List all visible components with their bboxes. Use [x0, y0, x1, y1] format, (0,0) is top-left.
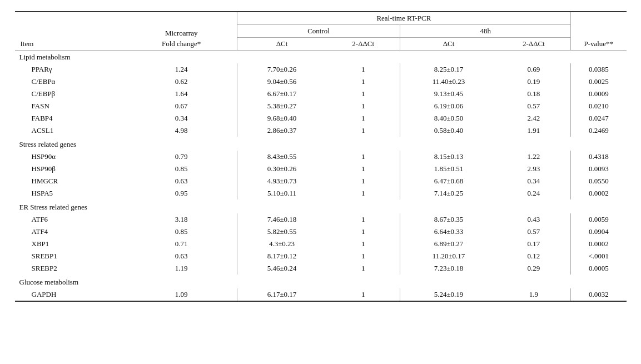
table-cell: 8.40±0.50: [400, 112, 497, 124]
table-row: SREBP21.195.46±0.2417.23±0.180.290.0005: [15, 262, 627, 275]
table-cell: 0.67: [126, 100, 237, 112]
table-cell: 0.0247: [571, 112, 627, 124]
table-cell: 1: [326, 288, 400, 301]
table-cell: 0.0904: [571, 226, 627, 238]
table-cell: 4.93±0.73: [237, 175, 326, 187]
two-delta-ct-ctrl-header: 2-ΔΔCt: [326, 38, 400, 51]
table-cell: 0.57: [497, 226, 571, 238]
table-cell: 1: [326, 238, 400, 250]
table-cell: 1: [326, 151, 400, 163]
table-cell: 9.68±0.40: [237, 112, 326, 124]
section-header-lipid-metabolism: Lipid metabolism: [15, 51, 627, 64]
table-row: HSPA50.955.10±0.1117.14±0.250.240.0002: [15, 187, 627, 200]
table-cell: GAPDH: [15, 288, 126, 301]
table-cell: 0.24: [497, 187, 571, 200]
table-cell: 0.0002: [571, 187, 627, 200]
table-cell: ACSL1: [15, 124, 126, 137]
table-cell: 7.70±0.26: [237, 63, 326, 76]
table-cell: 8.25±0.17: [400, 63, 497, 76]
table-cell: 1: [326, 124, 400, 137]
table-cell: 6.19±0.06: [400, 100, 497, 112]
table-cell: 0.63: [126, 175, 237, 187]
two-delta-ct-48-header: 2-ΔΔCt: [497, 38, 571, 51]
delta-ct-ctrl-header: ΔCt: [237, 38, 326, 51]
table-cell: 1: [326, 250, 400, 262]
delta-ct-48-header: ΔCt: [400, 38, 497, 51]
rtpcr-header: Real-time RT-PCR: [237, 12, 570, 25]
table-cell: 5.10±0.11: [237, 187, 326, 200]
table-row: HMGCR0.634.93±0.7316.47±0.680.340.0550: [15, 175, 627, 187]
table-cell: 1.9: [497, 288, 571, 301]
table-cell: 5.82±0.55: [237, 226, 326, 238]
table-cell: 1.22: [497, 151, 571, 163]
table-row: ATF63.187.46±0.1818.67±0.350.430.0059: [15, 213, 627, 226]
control-header: Control: [237, 25, 400, 38]
table-cell: 4.98: [126, 124, 237, 137]
table-cell: 6.89±0.27: [400, 238, 497, 250]
table-cell: 1: [326, 187, 400, 200]
table-cell: HMGCR: [15, 175, 126, 187]
table-cell: 7.14±0.25: [400, 187, 497, 200]
table-cell: SREBP1: [15, 250, 126, 262]
table-cell: 2.93: [497, 163, 571, 175]
table-cell: 0.0009: [571, 88, 627, 100]
table-cell: XBP1: [15, 238, 126, 250]
table-cell: 0.0032: [571, 288, 627, 301]
table-row: C/EBPβ1.646.67±0.1719.13±0.450.180.0009: [15, 88, 627, 100]
table-cell: 5.38±0.27: [237, 100, 326, 112]
table-cell: 5.46±0.24: [237, 262, 326, 275]
table-cell: 0.18: [497, 88, 571, 100]
table-row: C/EBPα0.629.04±0.56111.40±0.230.190.0025: [15, 76, 627, 88]
table-cell: HSP90β: [15, 163, 126, 175]
data-table: Item Microarray Real-time RT-PCR P-value…: [15, 11, 627, 302]
table-cell: 0.62: [126, 76, 237, 88]
table-row: XBP10.714.3±0.2316.89±0.270.170.0002: [15, 238, 627, 250]
table-cell: HSPA5: [15, 187, 126, 200]
table-cell: 0.12: [497, 250, 571, 262]
table-cell: 11.20±0.17: [400, 250, 497, 262]
table-cell: 0.0005: [571, 262, 627, 275]
section-header-er-stress-related-genes: ER Stress related genes: [15, 200, 627, 213]
table-cell: 0.95: [126, 187, 237, 200]
table-cell: 0.0002: [571, 238, 627, 250]
table-cell: 0.0059: [571, 213, 627, 226]
table-cell: 1: [326, 63, 400, 76]
table-cell: 9.04±0.56: [237, 76, 326, 88]
table-cell: 6.47±0.68: [400, 175, 497, 187]
table-cell: C/EBPβ: [15, 88, 126, 100]
table-cell: 0.57: [497, 100, 571, 112]
microarray-header: Microarray: [126, 12, 237, 38]
table-cell: 0.30±0.26: [237, 163, 326, 175]
table-cell: 1: [326, 88, 400, 100]
table-cell: 0.4318: [571, 151, 627, 163]
table-cell: 1: [326, 226, 400, 238]
table-cell: 7.46±0.18: [237, 213, 326, 226]
table-cell: 0.34: [126, 112, 237, 124]
fold-change-header: Fold change*: [126, 38, 237, 51]
table-cell: FABP4: [15, 112, 126, 124]
table-row: HSP90β0.850.30±0.2611.85±0.512.930.0093: [15, 163, 627, 175]
table-cell: 8.67±0.35: [400, 213, 497, 226]
table-cell: 0.0550: [571, 175, 627, 187]
table-cell: 1.64: [126, 88, 237, 100]
table-cell: 1: [326, 100, 400, 112]
table-row: ACSL14.982.86±0.3710.58±0.401.910.2469: [15, 124, 627, 137]
table-cell: 9.13±0.45: [400, 88, 497, 100]
table-cell: 6.64±0.33: [400, 226, 497, 238]
table-cell: 8.17±0.12: [237, 250, 326, 262]
item-header: Item: [15, 12, 126, 51]
table-row: PPARγ1.247.70±0.2618.25±0.170.690.0385: [15, 63, 627, 76]
table-cell: C/EBPα: [15, 76, 126, 88]
table-cell: ATF6: [15, 213, 126, 226]
table-cell: 0.71: [126, 238, 237, 250]
table-cell: 1: [326, 262, 400, 275]
table-cell: <.0001: [571, 250, 627, 262]
table-cell: 5.24±0.19: [400, 288, 497, 301]
table-cell: 0.58±0.40: [400, 124, 497, 137]
table-row: HSP90α0.798.43±0.5518.15±0.131.220.4318: [15, 151, 627, 163]
table-cell: 1: [326, 175, 400, 187]
table-cell: 0.34: [497, 175, 571, 187]
48h-header: 48h: [400, 25, 571, 38]
table-row: FASN0.675.38±0.2716.19±0.060.570.0210: [15, 100, 627, 112]
table-cell: 8.15±0.13: [400, 151, 497, 163]
